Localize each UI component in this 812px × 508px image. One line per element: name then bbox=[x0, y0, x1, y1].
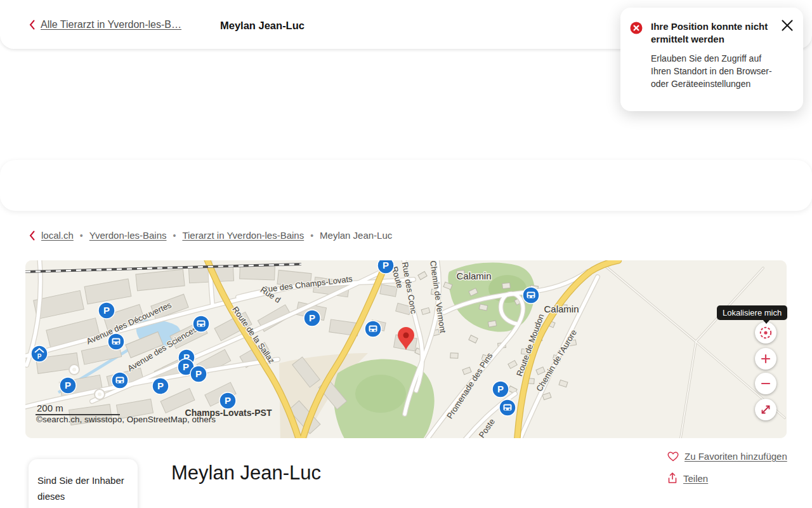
minus-icon bbox=[761, 378, 771, 389]
svg-text:P: P bbox=[37, 353, 42, 360]
breadcrumb-separator: • bbox=[173, 231, 176, 241]
map-canvas[interactable]: Rue des Champs-LovatsAvenue des Découver… bbox=[25, 260, 787, 438]
bus-stop-marker[interactable] bbox=[112, 372, 128, 389]
back-link[interactable]: Alle Tierarzt in Yverdon-les-B… bbox=[29, 19, 181, 30]
map-scale-label: 200 m bbox=[37, 403, 63, 413]
breadcrumb-link-home[interactable]: local.ch bbox=[41, 230, 74, 241]
breadcrumb-current: Meylan Jean-Luc bbox=[320, 230, 392, 241]
locate-tooltip: Lokalisiere mich bbox=[717, 305, 787, 320]
svg-text:P: P bbox=[225, 395, 231, 406]
svg-text:P: P bbox=[383, 260, 389, 271]
map-attribution[interactable]: ©search.ch, swisstopo, OpenStreetMap, ot… bbox=[36, 415, 216, 424]
chevron-left-icon bbox=[29, 20, 35, 30]
owner-claim-text: Sind Sie der Inhaber dieses Unternehmens… bbox=[37, 473, 129, 508]
breadcrumb-link-category[interactable]: Tierarzt in Yverdon-les-Bains bbox=[182, 230, 304, 241]
expand-icon bbox=[759, 403, 772, 416]
geolocation-error-toast: Ihre Position konnte nicht ermittelt wer… bbox=[620, 8, 803, 111]
plus-icon bbox=[761, 354, 771, 364]
locate-me-button[interactable] bbox=[755, 322, 776, 344]
bus-stop-marker[interactable] bbox=[108, 333, 124, 350]
chevron-left-icon[interactable] bbox=[29, 231, 35, 241]
toast-body: Erlauben Sie den Zugriff auf Ihren Stand… bbox=[651, 52, 773, 90]
share-link[interactable]: Teilen bbox=[667, 472, 708, 484]
zoom-in-button[interactable] bbox=[755, 348, 776, 370]
street-label: Calamin bbox=[544, 304, 579, 314]
parking-marker[interactable]: P bbox=[60, 377, 76, 394]
svg-text:P: P bbox=[195, 368, 202, 379]
header: local .ch DE Anmelden bbox=[0, 160, 812, 211]
add-to-favorites-link[interactable]: Zu Favoriten hinzufügen bbox=[667, 451, 787, 462]
fullscreen-button[interactable] bbox=[755, 399, 776, 420]
close-icon[interactable] bbox=[781, 19, 794, 32]
share-icon bbox=[667, 472, 678, 484]
heart-icon bbox=[667, 451, 679, 462]
parking-marker[interactable]: P bbox=[219, 392, 236, 409]
parking-marker[interactable]: P bbox=[377, 260, 394, 274]
place-title: Meylan Jean-Luc bbox=[171, 462, 321, 485]
parking-garage-marker[interactable]: P bbox=[31, 345, 48, 362]
svg-text:P: P bbox=[183, 361, 189, 372]
bus-stop-marker[interactable] bbox=[523, 287, 539, 304]
breadcrumb-link-city[interactable]: Yverdon-les-Bains bbox=[89, 230, 167, 241]
parking-marker[interactable]: P bbox=[152, 378, 169, 394]
share-label: Teilen bbox=[683, 473, 708, 484]
bus-stop-marker[interactable] bbox=[193, 316, 209, 332]
svg-text:P: P bbox=[157, 380, 164, 391]
bus-stop-marker[interactable] bbox=[365, 321, 381, 337]
error-icon bbox=[630, 22, 643, 34]
svg-text:P: P bbox=[497, 384, 504, 394]
page-title: Meylan Jean-Luc bbox=[220, 20, 304, 32]
map[interactable]: Rue des Champs-LovatsAvenue des Découver… bbox=[25, 260, 787, 438]
zoom-out-button[interactable] bbox=[755, 373, 776, 394]
parking-marker[interactable]: P bbox=[492, 381, 509, 398]
toast-title: Ihre Position konnte nicht ermittelt wer… bbox=[651, 20, 773, 46]
svg-text:P: P bbox=[65, 380, 71, 391]
parking-marker[interactable]: P bbox=[190, 366, 207, 382]
svg-text:P: P bbox=[309, 312, 315, 323]
bus-stop-marker[interactable] bbox=[499, 399, 516, 416]
parking-marker[interactable]: P bbox=[304, 310, 320, 326]
svg-text:P: P bbox=[103, 305, 110, 316]
add-to-favorites-label: Zu Favoriten hinzufügen bbox=[684, 451, 787, 462]
breadcrumb-separator: • bbox=[310, 231, 313, 241]
parking-marker[interactable]: P bbox=[98, 302, 115, 319]
back-link-label: Alle Tierarzt in Yverdon-les-B… bbox=[41, 19, 181, 30]
breadcrumb: local.ch • Yverdon-les-Bains • Tierarzt … bbox=[29, 230, 392, 241]
locate-icon bbox=[757, 324, 774, 341]
street-label: Calamin bbox=[456, 271, 491, 281]
locate-tooltip-arrow bbox=[763, 319, 770, 324]
breadcrumb-separator: • bbox=[80, 231, 83, 241]
owner-claim-card: Sind Sie der Inhaber dieses Unternehmens… bbox=[29, 459, 138, 508]
